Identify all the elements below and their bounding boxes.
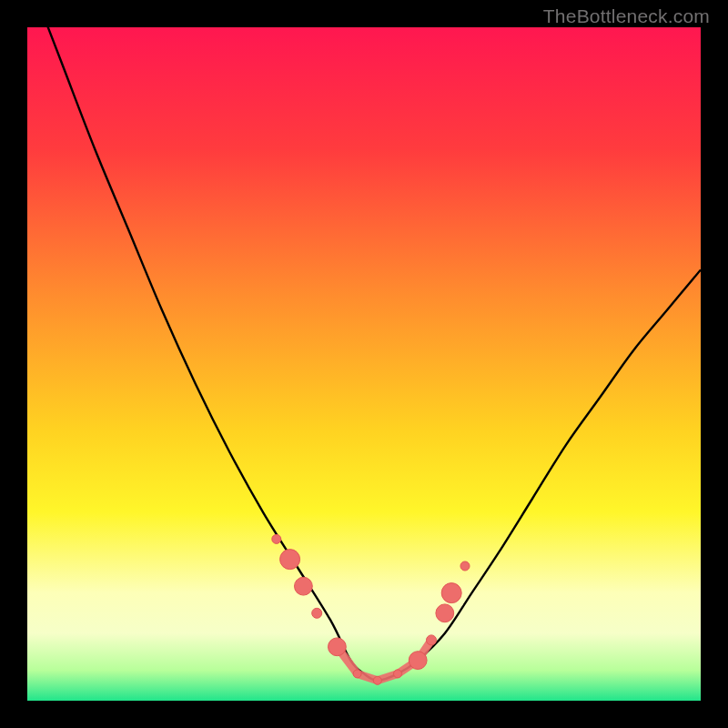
marker-dot [312,608,322,618]
marker-dot [329,638,347,656]
marker-dot [460,561,470,571]
curve-layer [27,27,701,701]
marker-dot [409,652,427,670]
watermark-text: TheBottleneck.com [543,5,710,27]
marker-group [272,534,470,684]
marker-dot [272,534,281,543]
marker-dot [280,550,300,570]
marker-dot [427,635,437,645]
marker-dot [295,577,313,595]
chart-frame: TheBottleneck.com [0,0,728,728]
bottleneck-curve [27,27,701,681]
marker-dot [373,676,381,684]
marker-dot [441,583,461,603]
marker-dot [436,604,454,622]
marker-dot [394,670,402,678]
plot-area [27,27,701,701]
marker-dot [353,670,361,678]
